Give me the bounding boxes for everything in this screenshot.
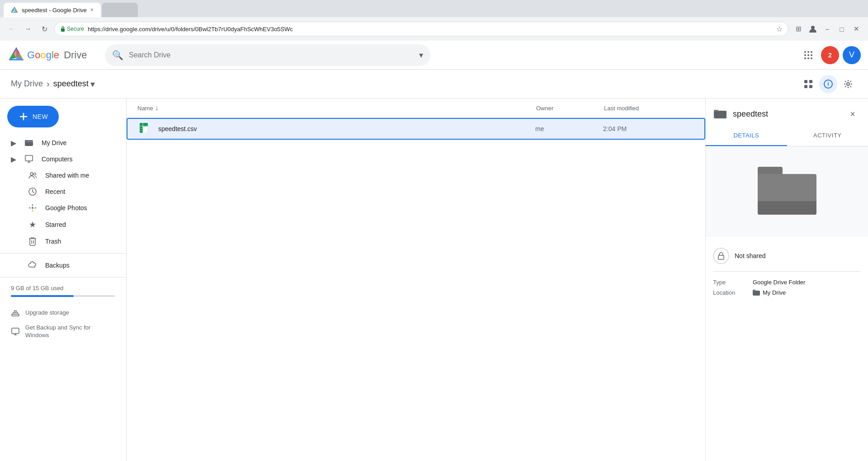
sidebar: NEW ▶ My Drive ▶ Computers Shared with m… <box>0 99 127 461</box>
favicon <box>11 6 18 14</box>
sidebar-item-trash[interactable]: Trash <box>0 233 123 249</box>
breadcrumb-separator: › <box>47 79 50 89</box>
lock-icon <box>713 248 729 264</box>
panel-folder-name: speedtest <box>733 109 839 119</box>
upgrade-icon <box>11 308 20 317</box>
breadcrumb-root[interactable]: My Drive <box>11 79 43 89</box>
sidebar-item-label-trash: Trash <box>45 238 61 245</box>
drive-folder-icon <box>24 138 33 147</box>
search-input-wrap[interactable]: 🔍 ▾ <box>105 44 430 66</box>
sidebar-item-my-drive[interactable]: ▶ My Drive <box>0 135 123 151</box>
svg-point-35 <box>34 173 36 175</box>
extensions-button[interactable]: ⊞ <box>792 23 805 35</box>
sidebar-item-photos[interactable]: Google Photos <box>0 200 123 216</box>
maximize-button[interactable]: □ <box>835 23 848 35</box>
inactive-tab[interactable] <box>102 3 138 17</box>
address-bar[interactable]: Secure https://drive.google.com/drive/u/… <box>54 22 788 36</box>
svg-rect-30 <box>25 140 28 141</box>
breadcrumb-current[interactable]: speedtest ▾ <box>53 79 95 89</box>
file-area: Name ↓ Owner Last modified <box>127 99 705 461</box>
back-button[interactable]: ← <box>5 23 18 35</box>
tab-activity[interactable]: ACTIVITY <box>787 126 868 146</box>
user-avatar[interactable]: V <box>843 46 861 64</box>
folder-body <box>758 174 816 215</box>
svg-rect-22 <box>804 85 807 88</box>
type-row: Type Google Drive Folder <box>713 277 861 287</box>
forward-button[interactable]: → <box>22 23 34 35</box>
svg-rect-21 <box>809 80 812 83</box>
panel-info: Not shared Type Google Drive Folder Loca… <box>706 237 868 305</box>
search-icon: 🔍 <box>112 50 123 61</box>
sidebar-item-label-computers: Computers <box>42 155 72 163</box>
sidebar-item-backups[interactable]: Backups <box>0 257 123 273</box>
col-header-modified[interactable]: Last modified <box>604 105 694 112</box>
google-drive-logo <box>7 46 25 64</box>
svg-point-37 <box>32 207 33 209</box>
bookmark-icon[interactable]: ☆ <box>776 25 783 33</box>
type-value: Google Drive Folder <box>753 279 861 286</box>
logo-area: Google Drive <box>7 46 98 64</box>
upgrade-label: Upgrade storage <box>25 309 69 316</box>
sidebar-item-starred[interactable]: ★ Starred <box>0 216 123 233</box>
monitor-icon <box>24 155 33 164</box>
new-plus-icon <box>18 111 29 122</box>
svg-rect-55 <box>714 110 718 112</box>
sub-header-actions: i <box>799 75 857 93</box>
table-row[interactable]: speedtest.csv me 2:04 PM <box>127 118 705 140</box>
reload-button[interactable]: ↻ <box>38 23 51 35</box>
search-dropdown-arrow[interactable]: ▾ <box>419 50 423 60</box>
notification-button[interactable]: 2 <box>821 46 839 64</box>
sidebar-item-computers[interactable]: ▶ Computers <box>0 151 123 167</box>
grid-view-button[interactable] <box>799 75 817 93</box>
new-button[interactable]: NEW <box>7 106 59 127</box>
svg-point-19 <box>811 57 812 59</box>
close-button[interactable]: ✕ <box>850 23 863 35</box>
upgrade-storage-link[interactable]: Upgrade storage <box>0 304 126 320</box>
browser-tabs: speedtest - Google Drive × <box>0 0 868 17</box>
sidebar-item-label-photos: Google Photos <box>45 204 87 212</box>
folder-bottom <box>758 201 816 215</box>
url-text: https://drive.google.com/drive/u/0/folde… <box>88 26 773 33</box>
active-tab[interactable]: speedtest - Google Drive × <box>4 3 101 17</box>
details-panel: speedtest × DETAILS ACTIVITY <box>705 99 868 461</box>
search-input[interactable] <box>129 51 414 59</box>
minimize-button[interactable]: − <box>821 23 834 35</box>
backup-sync-link[interactable]: Get Backup and Sync for Windows <box>0 320 126 343</box>
info-button[interactable]: i <box>819 75 837 93</box>
recent-icon <box>27 187 38 196</box>
panel-folder-icon <box>713 107 727 121</box>
main-layout: NEW ▶ My Drive ▶ Computers Shared with m… <box>0 99 868 461</box>
browser-chrome: speedtest - Google Drive × ← → ↻ Secure … <box>0 0 868 41</box>
location-folder-icon <box>753 290 760 296</box>
file-list-header: Name ↓ Owner Last modified <box>127 99 705 118</box>
tab-title: speedtest - Google Drive <box>22 7 87 14</box>
col-header-owner[interactable]: Owner <box>536 105 604 112</box>
settings-button[interactable] <box>839 75 857 93</box>
computers-icon <box>24 155 34 164</box>
account-button[interactable] <box>807 23 819 35</box>
notification-count: 2 <box>828 52 832 59</box>
panel-header: speedtest × <box>706 99 868 122</box>
location-value: My Drive <box>753 289 861 296</box>
sidebar-divider-2 <box>0 277 126 278</box>
svg-point-34 <box>30 173 33 175</box>
svg-rect-31 <box>25 155 33 161</box>
svg-point-18 <box>807 57 809 59</box>
sidebar-divider <box>0 253 126 254</box>
svg-rect-42 <box>14 310 16 312</box>
file-modified: 2:04 PM <box>603 125 693 132</box>
folder-dropdown-arrow[interactable]: ▾ <box>90 79 95 89</box>
svg-rect-43 <box>12 328 19 334</box>
sidebar-item-recent[interactable]: Recent <box>0 183 123 200</box>
apps-icon <box>803 50 814 61</box>
tab-close-button[interactable]: × <box>90 7 94 13</box>
apps-grid-button[interactable] <box>799 46 817 64</box>
sidebar-item-shared[interactable]: Shared with me <box>0 167 123 183</box>
tab-details[interactable]: DETAILS <box>706 126 787 146</box>
starred-icon: ★ <box>27 220 38 230</box>
panel-close-button[interactable]: × <box>844 106 861 122</box>
csv-file-icon <box>138 122 151 135</box>
svg-point-17 <box>804 57 806 59</box>
svg-text:i: i <box>827 81 829 87</box>
col-header-name[interactable]: Name ↓ <box>137 104 536 112</box>
